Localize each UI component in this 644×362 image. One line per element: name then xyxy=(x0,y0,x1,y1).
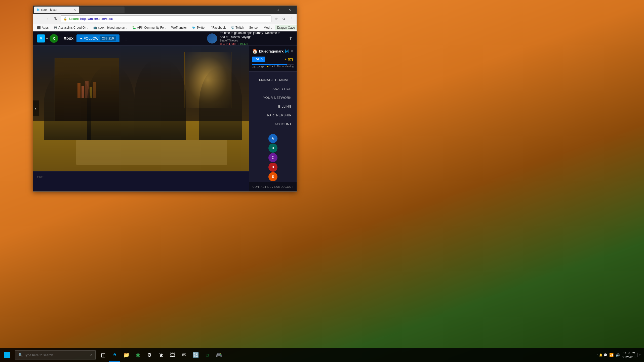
follow-count: 238,216 xyxy=(100,36,116,41)
show-desktop-button[interactable]: □ xyxy=(637,353,641,357)
stream-details: It's time to go on an epic journey. Welc… xyxy=(220,31,284,46)
bookmark-wetransfer[interactable]: WeTransfer xyxy=(169,25,189,30)
back-button[interactable]: ← xyxy=(35,15,42,22)
bookmark-twitter[interactable]: 🐦 Twitter xyxy=(190,25,208,30)
twitch-label: Twitch xyxy=(235,26,244,29)
clock-date: 3/22/2018 xyxy=(622,355,635,359)
avatar-item-4[interactable]: D xyxy=(268,163,277,172)
dev-lab-link[interactable]: DEV LAB xyxy=(267,185,280,188)
spark-gain-label: ✦ 2 ✦ in 20s for viewing xyxy=(267,65,294,68)
bookmark-xbox[interactable]: 📺 xbox - bluedragonar... xyxy=(91,25,129,30)
senser-label: Senser xyxy=(249,26,259,29)
user-panel: 🏠 bluedragonark M ✕ LVL 5 ✦ 578 xyxy=(249,46,297,72)
xbox-icon[interactable]: 🎮 xyxy=(213,348,224,362)
logout-link[interactable]: LOGOUT xyxy=(281,185,293,188)
settings-icon[interactable]: ⚙ xyxy=(144,348,155,362)
bookmark-star-button[interactable]: ☆ xyxy=(273,16,279,22)
manage-channel-link[interactable]: MANAGE CHANNEL xyxy=(249,76,297,84)
stream-thumbnail xyxy=(207,33,217,43)
spotify-icon[interactable]: ♫ xyxy=(202,348,213,362)
more-options-button[interactable]: ⋮ xyxy=(122,34,131,42)
contact-link[interactable]: CONTACT xyxy=(253,185,267,188)
tray-icons: ^ 🔔 💬 xyxy=(597,353,607,357)
bookmark-dragon-cave[interactable]: Dragon Cave xyxy=(275,25,297,30)
system-clock[interactable]: 1:10 PM 3/22/2018 xyxy=(622,351,635,359)
bookmark-ark[interactable]: 🦕 ARK Community Fo... xyxy=(130,25,168,30)
avatar-item-3[interactable]: C xyxy=(268,153,277,162)
cortana-icon: ○ xyxy=(90,353,92,357)
mail-icon[interactable]: ✉ xyxy=(179,348,190,362)
stream-title: It's time to go on an epic journey. Welc… xyxy=(220,31,284,39)
mixer-logo[interactable]: M xyxy=(37,34,45,42)
partnership-link[interactable]: PARTNERSHIP xyxy=(249,111,297,120)
mixer-small-icon: M xyxy=(285,49,289,54)
extensions-button[interactable]: ⚙ xyxy=(280,16,287,22)
sidebar-footer: CONTACT DEV LAB LOGOUT xyxy=(249,182,297,191)
back-to-stream-button[interactable]: ‹ xyxy=(33,101,39,116)
svg-rect-2 xyxy=(4,355,7,358)
browser-tab-active[interactable]: M xbox - Mixer ✕ xyxy=(34,7,79,13)
calculator-icon[interactable]: 🔢 xyxy=(190,348,201,362)
chat-placeholder: Chat xyxy=(37,173,245,181)
your-network-link[interactable]: YOUR NETWORK xyxy=(249,93,297,102)
file-explorer-icon[interactable]: 📁 xyxy=(121,348,132,362)
bookmark-apps[interactable]: ⬛ Apps xyxy=(35,25,51,30)
bookmark-senser[interactable]: Senser xyxy=(247,25,261,30)
analytics-link[interactable]: ANALYTICS xyxy=(249,84,297,93)
collapse-sidebar-button[interactable]: « xyxy=(46,36,49,41)
spark-icon: ✦ xyxy=(285,58,287,61)
chat-area: Chat xyxy=(33,171,249,191)
search-icon: 🔍 xyxy=(18,353,23,357)
share-button[interactable]: ⬆ xyxy=(289,36,293,41)
store-icon[interactable]: 🛍 xyxy=(155,348,167,362)
network-icon[interactable]: 📶 xyxy=(609,353,614,357)
user-header: 🏠 bluedragonark M ✕ xyxy=(252,49,294,54)
bookmark-twitch[interactable]: 📡 Twitch xyxy=(229,25,246,30)
stream-area-main: ‹ Chat xyxy=(33,46,249,191)
volume-icon[interactable]: 🔊 xyxy=(616,353,620,357)
level-badge: LVL 5 xyxy=(252,57,265,62)
photos-icon[interactable]: 🖼 xyxy=(167,348,178,362)
right-sidebar: 🏠 bluedragonark M ✕ LVL 5 ✦ 578 xyxy=(249,46,297,191)
video-player[interactable]: ‹ xyxy=(33,46,249,171)
forward-button[interactable]: → xyxy=(44,15,51,22)
avatar-item-1[interactable]: A xyxy=(268,134,277,143)
table-items xyxy=(76,140,227,165)
secure-label: Secure xyxy=(69,17,79,21)
mixer-page: M « X Xbox ♥ FOLLOW 238,216 ⋮ It's time … xyxy=(33,31,297,191)
address-bar[interactable]: 🔒 Secure https://mixer.com/xbox xyxy=(61,15,271,22)
wetransfer-label: WeTransfer xyxy=(171,26,187,29)
minimize-button[interactable]: ─ xyxy=(260,6,271,14)
tab-favicon: M xyxy=(37,8,39,12)
task-view-button[interactable]: ◫ xyxy=(98,348,109,362)
bookmark-assassins[interactable]: 🎮 Assassin's Creed Or... xyxy=(52,25,90,30)
refresh-button[interactable]: ↻ xyxy=(52,15,59,22)
avatar-item-2[interactable]: B xyxy=(268,144,277,153)
start-button[interactable] xyxy=(0,348,14,362)
assassins-icon: 🎮 xyxy=(54,26,57,29)
apps-label: Apps xyxy=(42,26,49,29)
maximize-button[interactable]: □ xyxy=(272,6,284,14)
bookmark-facebook[interactable]: f Facebook xyxy=(209,25,228,30)
facebook-icon: f xyxy=(211,26,211,29)
menu-button[interactable]: ⋮ xyxy=(288,16,295,22)
taskbar-search-bar[interactable]: 🔍 ○ xyxy=(15,350,96,359)
tab-close-button[interactable]: ✕ xyxy=(73,8,76,12)
follow-button[interactable]: ♥ FOLLOW 238,216 xyxy=(76,34,119,42)
edge-browser-icon[interactable]: e xyxy=(109,348,120,362)
chrome-icon[interactable]: ◉ xyxy=(132,348,143,362)
account-link[interactable]: ACCOUNT xyxy=(249,120,297,128)
close-button[interactable]: ✕ xyxy=(284,6,296,14)
avatar-list: A B C D E F G H I J K L M N O xyxy=(249,132,297,182)
clock-time: 1:10 PM xyxy=(622,351,635,355)
taskbar-search-input[interactable] xyxy=(24,353,90,357)
close-panel-button[interactable]: ✕ xyxy=(290,49,294,54)
billing-link[interactable]: BILLING xyxy=(249,102,297,111)
home-icon[interactable]: 🏠 xyxy=(252,49,258,54)
avatar-item-5[interactable]: E xyxy=(268,172,277,181)
browser-titlebar: M xbox - Mixer ✕ + ─ □ ✕ xyxy=(33,6,297,14)
bookmark-mod[interactable]: Mod... xyxy=(262,25,274,30)
mixer-topnav: M « X Xbox ♥ FOLLOW 238,216 ⋮ It's time … xyxy=(33,31,297,46)
stream-game: Sea of Thieves xyxy=(220,39,284,42)
stream-area: ‹ Chat 🏠 bluedragonark M ✕ xyxy=(33,46,297,191)
